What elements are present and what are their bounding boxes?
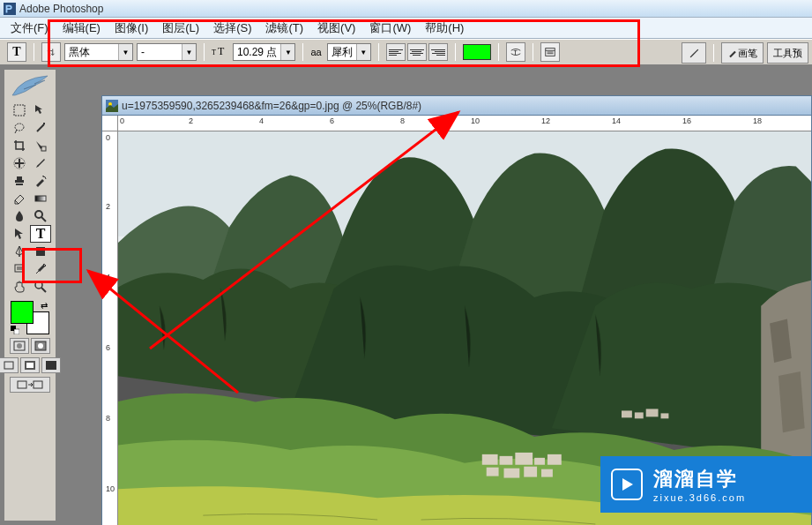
warp-text-button[interactable]: T xyxy=(506,42,525,62)
font-family-dropdown[interactable]: 黑体 ▼ xyxy=(64,43,133,61)
pen-tool[interactable] xyxy=(9,243,30,260)
tool-preset-type[interactable]: T xyxy=(7,42,26,62)
brush-panel-button[interactable]: 画笔 xyxy=(721,42,764,64)
font-size-dropdown[interactable]: 10.29 点 ▼ xyxy=(233,43,295,61)
menu-image[interactable]: 图像(I) xyxy=(108,19,155,38)
watermark: 溜溜自学 zixue.3d66.com xyxy=(600,456,812,513)
divider xyxy=(34,43,34,61)
ruler-mark: 12 xyxy=(541,116,550,125)
notes-tool[interactable] xyxy=(9,260,30,278)
play-icon xyxy=(611,469,643,500)
menu-filter[interactable]: 滤镜(T) xyxy=(258,19,310,38)
svg-rect-30 xyxy=(4,362,13,369)
shape-tool[interactable] xyxy=(30,243,51,260)
marquee-tool[interactable] xyxy=(9,101,30,119)
type-tool[interactable]: T xyxy=(30,225,51,243)
brush-preset-button[interactable] xyxy=(682,42,706,64)
clone-stamp-tool[interactable] xyxy=(9,172,30,190)
jump-to-imageready-button[interactable] xyxy=(10,377,50,393)
text-color-swatch[interactable] xyxy=(463,44,491,60)
svg-rect-16 xyxy=(35,196,46,201)
blur-tool[interactable] xyxy=(9,207,30,225)
lasso-tool[interactable] xyxy=(9,119,30,137)
standard-screen-button[interactable] xyxy=(0,357,19,373)
divider xyxy=(713,44,714,62)
align-center-button[interactable] xyxy=(407,43,427,61)
svg-text:T: T xyxy=(212,49,216,56)
slice-tool[interactable] xyxy=(30,137,51,154)
divider xyxy=(498,43,499,61)
full-screen-menubar-button[interactable] xyxy=(20,357,40,373)
ruler-mark: 2 xyxy=(189,116,193,125)
svg-rect-40 xyxy=(482,454,498,465)
svg-rect-44 xyxy=(548,454,562,465)
dropdown-arrow-icon: ▼ xyxy=(356,44,370,60)
hand-tool[interactable] xyxy=(9,278,30,296)
palettes-button[interactable] xyxy=(540,42,560,62)
document-titlebar[interactable]: u=1975359590,3265239468&fm=26&gp=0.jpg @… xyxy=(101,95,812,115)
standard-mode-button[interactable] xyxy=(10,338,29,354)
ruler-mark: 6 xyxy=(106,343,110,352)
watermark-title: 溜溜自学 xyxy=(653,466,746,492)
move-tool[interactable] xyxy=(30,101,51,119)
ruler-mark: 2 xyxy=(106,202,110,211)
menu-help[interactable]: 帮助(H) xyxy=(418,19,471,38)
magic-wand-tool[interactable] xyxy=(30,119,51,137)
menu-layer[interactable]: 图层(L) xyxy=(155,19,206,38)
quick-mask-button[interactable] xyxy=(31,338,50,354)
foreground-color[interactable] xyxy=(11,301,34,324)
brush-label: 画笔 xyxy=(738,47,757,60)
menu-window[interactable]: 窗口(W) xyxy=(362,19,418,38)
svg-rect-25 xyxy=(14,329,19,334)
antialias-dropdown[interactable]: 犀利 ▼ xyxy=(327,43,371,61)
font-style-dropdown[interactable]: - ▼ xyxy=(137,43,197,61)
zoom-tool[interactable] xyxy=(30,278,51,296)
gradient-tool[interactable] xyxy=(30,190,51,207)
app-title: Adobe Photoshop xyxy=(19,3,103,15)
font-size-value: 10.29 点 xyxy=(234,45,280,60)
crop-tool[interactable] xyxy=(9,137,30,154)
svg-rect-51 xyxy=(646,409,659,416)
menu-edit[interactable]: 编辑(E) xyxy=(56,19,108,38)
ruler-mark: 18 xyxy=(753,116,762,125)
svg-rect-32 xyxy=(26,363,34,368)
path-selection-tool[interactable] xyxy=(9,225,30,243)
healing-brush-tool[interactable] xyxy=(9,154,30,172)
menubar: 文件(F) 编辑(E) 图像(I) 图层(L) 选择(S) 滤镜(T) 视图(V… xyxy=(0,18,812,39)
svg-rect-13 xyxy=(19,159,20,168)
default-colors-icon[interactable] xyxy=(11,326,19,334)
color-picker: ⇄ xyxy=(11,301,49,334)
eraser-tool[interactable] xyxy=(9,190,30,207)
dodge-tool[interactable] xyxy=(30,207,51,225)
ruler-mark: 8 xyxy=(400,116,405,125)
swap-colors-icon[interactable]: ⇄ xyxy=(41,301,48,311)
svg-point-27 xyxy=(17,343,22,349)
svg-text:T: T xyxy=(513,49,518,56)
svg-rect-48 xyxy=(541,469,553,477)
ruler-corner xyxy=(102,116,118,131)
font-family-value: 黑体 xyxy=(65,45,118,60)
dropdown-arrow-icon: ▼ xyxy=(182,44,196,60)
menu-file[interactable]: 文件(F) xyxy=(4,19,56,38)
svg-point-23 xyxy=(35,281,42,289)
dropdown-arrow-icon: ▼ xyxy=(118,44,132,60)
eyedropper-tool[interactable] xyxy=(30,260,51,278)
horizontal-ruler[interactable]: 0 2 4 6 8 10 12 14 16 18 xyxy=(118,116,811,131)
align-right-button[interactable] xyxy=(428,43,448,61)
text-orientation-button[interactable]: T xyxy=(41,42,61,62)
svg-rect-45 xyxy=(487,468,499,476)
align-left-button[interactable] xyxy=(386,43,406,61)
menu-view[interactable]: 视图(V) xyxy=(310,19,362,38)
antialias-value: 犀利 xyxy=(328,45,356,60)
tool-preset-panel-button[interactable]: 工具预 xyxy=(767,42,808,64)
history-brush-tool[interactable] xyxy=(30,172,51,190)
brush-tool[interactable] xyxy=(30,154,51,172)
tool-grid: T xyxy=(9,101,51,296)
divider xyxy=(302,43,303,61)
menu-select[interactable]: 选择(S) xyxy=(206,19,258,38)
full-screen-button[interactable] xyxy=(41,357,61,373)
svg-rect-46 xyxy=(503,469,519,478)
svg-point-10 xyxy=(15,124,24,131)
vertical-ruler[interactable]: 0 2 4 6 8 10 xyxy=(102,131,118,525)
ruler-mark: 0 xyxy=(106,133,110,142)
